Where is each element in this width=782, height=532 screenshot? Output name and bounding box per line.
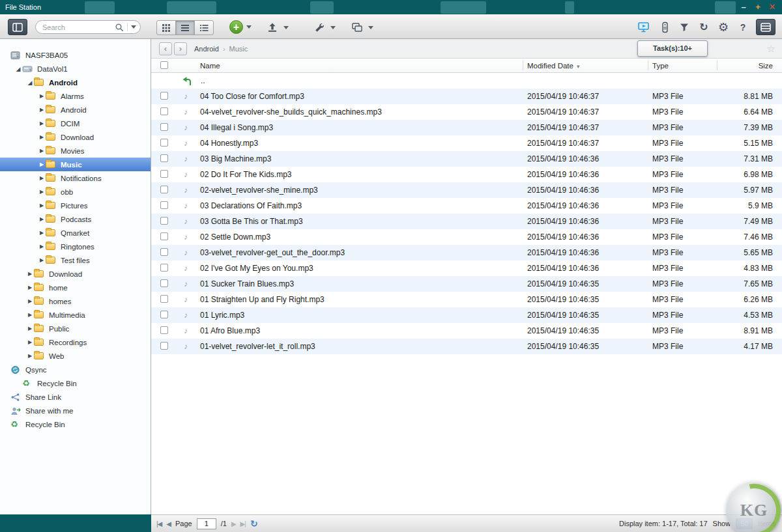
file-name[interactable]: 02-velvet_revolver-she_mine.mp3 bbox=[200, 182, 318, 198]
tree-item-label[interactable]: obb bbox=[61, 188, 73, 196]
sidebar-tree-item[interactable]: DCIM bbox=[0, 117, 151, 130]
file-row[interactable]: ♪ 01 Lyric.mp3 2015/04/19 10:46:35 MP3 F… bbox=[151, 307, 782, 323]
sidebar-toggle-button[interactable] bbox=[8, 19, 27, 35]
file-row[interactable]: ♪ 01 Afro Blue.mp3 2015/04/19 10:46:35 M… bbox=[151, 323, 782, 339]
file-row[interactable]: ♪ 04 Honestly.mp3 2015/04/19 10:46:37 MP… bbox=[151, 135, 782, 151]
column-header-name[interactable]: Name bbox=[200, 59, 220, 73]
refresh-button[interactable]: ↻ bbox=[695, 20, 713, 35]
row-checkbox[interactable] bbox=[160, 232, 168, 240]
file-row[interactable]: ♪ 01 Straighten Up and Fly Right.mp3 201… bbox=[151, 292, 782, 307]
row-checkbox[interactable] bbox=[160, 326, 168, 334]
settings-button[interactable]: ⚙ bbox=[714, 20, 732, 35]
tree-expand-arrow-icon[interactable] bbox=[38, 120, 46, 126]
sidebar-tree-item[interactable]: Notifications bbox=[0, 171, 151, 185]
tree-expand-arrow-icon[interactable] bbox=[38, 93, 46, 99]
tree-expand-arrow-icon[interactable] bbox=[26, 298, 34, 304]
previous-page-button[interactable] bbox=[166, 520, 171, 527]
file-name[interactable]: 04 Illegal i Song.mp3 bbox=[200, 120, 273, 135]
sidebar-tree-item[interactable]: Android bbox=[0, 76, 151, 89]
forward-button[interactable]: › bbox=[174, 42, 187, 55]
sidebar-tree-item[interactable]: homes bbox=[0, 294, 151, 308]
file-name[interactable]: 03-velvet_revolver-get_out_the_door.mp3 bbox=[200, 245, 345, 260]
sidebar-tree-item[interactable]: Share Link bbox=[0, 390, 151, 404]
remote-mount-button[interactable] bbox=[635, 20, 653, 35]
file-row[interactable]: ♪ 03 Declarations Of Faith.mp3 2015/04/1… bbox=[151, 198, 782, 214]
sidebar-tree-item[interactable]: home bbox=[0, 281, 151, 294]
sidebar-tree-item[interactable]: Pictures bbox=[0, 199, 151, 212]
column-divider[interactable] bbox=[648, 61, 648, 70]
search-input[interactable] bbox=[42, 23, 115, 31]
help-button[interactable]: ? bbox=[734, 20, 752, 35]
upload-button[interactable] bbox=[265, 20, 280, 35]
file-name[interactable]: 01 Lyric.mp3 bbox=[200, 307, 244, 323]
row-checkbox[interactable] bbox=[160, 92, 168, 100]
tree-expand-arrow-icon[interactable] bbox=[38, 175, 46, 181]
create-caret-icon[interactable] bbox=[246, 25, 252, 29]
file-name[interactable]: 01 Afro Blue.mp3 bbox=[200, 323, 260, 339]
breadcrumb-music[interactable]: Music bbox=[229, 45, 248, 53]
file-name[interactable]: 01-velvet_revolver-let_it_roll.mp3 bbox=[200, 339, 315, 354]
tree-expand-arrow-icon[interactable] bbox=[38, 203, 46, 208]
tree-item-label[interactable]: Recycle Bin bbox=[37, 380, 77, 387]
tree-expand-arrow-icon[interactable] bbox=[26, 312, 34, 318]
column-header-type[interactable]: Type bbox=[652, 59, 669, 73]
row-checkbox[interactable] bbox=[160, 311, 168, 318]
select-all-checkbox[interactable] bbox=[160, 61, 168, 69]
tree-item-label[interactable]: Podcasts bbox=[61, 216, 91, 223]
tree-expand-arrow-icon[interactable] bbox=[38, 189, 46, 195]
tree-item-label[interactable]: Alarms bbox=[61, 92, 84, 100]
tree-item-label[interactable]: home bbox=[49, 284, 68, 292]
sidebar-tree-item[interactable]: Qmarket bbox=[0, 226, 151, 240]
sidebar-tree-item[interactable]: Public bbox=[0, 322, 151, 335]
file-row[interactable]: ♪ 01 Sucker Train Blues.mp3 2015/04/19 1… bbox=[151, 276, 782, 292]
tree-item-label[interactable]: Multimedia bbox=[49, 311, 85, 319]
file-name[interactable]: 01 Straighten Up and Fly Right.mp3 bbox=[200, 292, 325, 307]
file-row[interactable]: ♪ 03 Gotta Be This or That.mp3 2015/04/1… bbox=[151, 214, 782, 229]
list-view-button[interactable] bbox=[175, 20, 195, 35]
refresh-list-icon[interactable]: ↻ bbox=[250, 519, 258, 528]
filter-button[interactable] bbox=[675, 20, 693, 35]
file-name[interactable]: 01 Sucker Train Blues.mp3 bbox=[200, 276, 294, 292]
sidebar-tree-item[interactable]: Recordings bbox=[0, 335, 151, 349]
file-row[interactable]: ♪ 02 I've Got My Eyes on You.mp3 2015/04… bbox=[151, 260, 782, 276]
sidebar-tree-item[interactable]: Web bbox=[0, 349, 151, 363]
sidebar-tree-item[interactable]: ♻ Recycle Bin bbox=[0, 417, 151, 431]
tree-expand-arrow-icon[interactable] bbox=[38, 134, 46, 140]
tree-expand-arrow-icon[interactable] bbox=[26, 285, 34, 290]
search-options-caret-icon[interactable] bbox=[131, 25, 136, 29]
page-number-input[interactable] bbox=[197, 518, 216, 529]
tree-item-label[interactable]: Share Link bbox=[25, 393, 61, 401]
favorite-star-icon[interactable]: ☆ bbox=[767, 39, 775, 59]
minimize-button[interactable]: – bbox=[738, 0, 749, 14]
file-row[interactable]: ♪ 04 Illegal i Song.mp3 2015/04/19 10:46… bbox=[151, 120, 782, 135]
parent-dir-label[interactable]: .. bbox=[201, 73, 205, 89]
file-name[interactable]: 02 Settle Down.mp3 bbox=[200, 229, 270, 245]
sidebar-tree-item[interactable]: Download bbox=[0, 130, 151, 144]
file-name[interactable]: 04 Honestly.mp3 bbox=[200, 135, 258, 151]
thumbnail-view-button[interactable] bbox=[156, 20, 176, 35]
tree-expand-arrow-icon[interactable] bbox=[38, 107, 46, 113]
row-checkbox[interactable] bbox=[160, 186, 168, 193]
search-icon[interactable] bbox=[115, 23, 124, 32]
tree-item-label[interactable]: Movies bbox=[61, 147, 84, 155]
tree-expand-arrow-icon[interactable] bbox=[38, 148, 46, 154]
column-divider[interactable] bbox=[717, 61, 717, 70]
sidebar-tree-item[interactable]: NASF3BA05 bbox=[0, 48, 151, 62]
tree-item-label[interactable]: DCIM bbox=[61, 120, 80, 128]
file-name[interactable]: 03 Gotta Be This or That.mp3 bbox=[200, 214, 303, 229]
row-checkbox[interactable] bbox=[160, 123, 168, 131]
tree-item-label[interactable]: Recycle Bin bbox=[25, 421, 65, 428]
breadcrumb-android[interactable]: Android bbox=[194, 45, 219, 53]
tree-expand-arrow-icon[interactable] bbox=[38, 216, 46, 222]
tree-item-label[interactable]: Android bbox=[61, 106, 87, 114]
tree-item-label[interactable]: DataVol1 bbox=[37, 65, 68, 73]
parent-directory-row[interactable]: .. bbox=[151, 73, 782, 89]
column-divider[interactable] bbox=[523, 61, 523, 70]
detail-view-button[interactable] bbox=[194, 20, 214, 35]
row-checkbox[interactable] bbox=[160, 248, 168, 256]
file-row[interactable]: ♪ 04 Too Close for Comfort.mp3 2015/04/1… bbox=[151, 89, 782, 104]
tree-item-label[interactable]: Qsync bbox=[25, 366, 47, 374]
column-header-modified-date[interactable]: Modified Date bbox=[527, 59, 580, 74]
tree-item-label[interactable]: Android bbox=[49, 79, 78, 87]
sidebar-tree-item[interactable]: Qsync bbox=[0, 363, 151, 376]
